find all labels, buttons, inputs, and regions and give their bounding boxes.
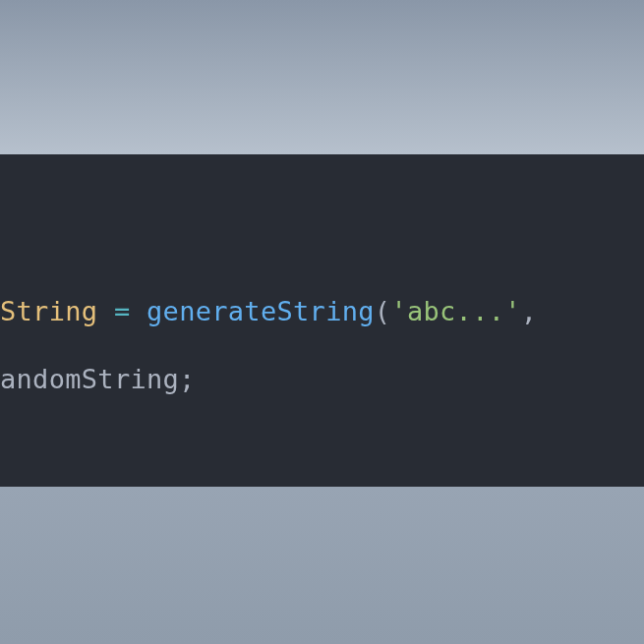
token-paren: ( <box>375 296 391 326</box>
token-string: 'abc...' <box>390 296 520 326</box>
code-editor-panel: String = generateString('abc...', andomS… <box>0 154 644 487</box>
token-identifier-fragment: andomString <box>0 364 179 394</box>
code-line-1: String = generateString('abc...', <box>0 292 644 332</box>
token-function: generateString <box>146 296 375 326</box>
token-operator: = <box>114 296 131 326</box>
token-space <box>97 296 114 326</box>
token-space <box>130 296 146 326</box>
token-variable: String <box>0 296 97 326</box>
code-line-2: andomString; <box>0 360 644 400</box>
token-comma: , <box>521 296 538 326</box>
token-semicolon: ; <box>179 364 196 394</box>
